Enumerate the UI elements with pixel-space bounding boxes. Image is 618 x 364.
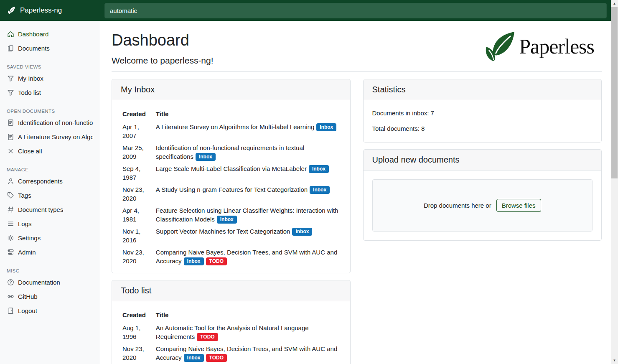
- hash-icon: [7, 206, 14, 213]
- sidebar-item-settings[interactable]: Settings: [0, 231, 100, 245]
- inbox-tag-badge[interactable]: Inbox: [196, 153, 216, 161]
- document-link[interactable]: Support Vector Machines for Text Categor…: [156, 228, 290, 235]
- sidebar-item-label: Tags: [18, 192, 31, 199]
- welcome-subtitle: Welcome to paperless-ng!: [112, 56, 214, 66]
- funnel-icon: [7, 74, 14, 82]
- column-header-created: Created: [117, 109, 151, 121]
- table-row: Nov 23, 2020A Study Using n-gram Feature…: [117, 183, 345, 204]
- sidebar-item-document-types[interactable]: Document types: [0, 202, 100, 216]
- sidebar-item-my-inbox[interactable]: My Inbox: [0, 71, 100, 85]
- sidebar-section-misc: MISC: [7, 268, 93, 273]
- statistics-title: Statistics: [364, 79, 602, 100]
- todo-widget-title[interactable]: Todo list: [112, 280, 350, 301]
- question-circle-icon: [7, 278, 14, 286]
- vertical-scrollbar[interactable]: ▲ ▼: [611, 0, 618, 364]
- statistics-widget: Statistics Documents in inbox: 7 Total d…: [363, 79, 602, 143]
- sidebar-item-identification-of-non-functio[interactable]: Identification of non-functio…: [0, 115, 100, 130]
- created-date: Nov 23, 2020: [117, 183, 151, 204]
- link-icon: [7, 293, 14, 300]
- door-icon: [7, 307, 14, 314]
- created-date: Nov 1, 2016: [117, 225, 151, 246]
- upload-title: Upload new documents: [364, 150, 602, 171]
- sidebar-item-label: Logs: [18, 220, 32, 227]
- brand[interactable]: Paperless-ng: [0, 0, 100, 21]
- created-date: Sep 4, 1987: [117, 163, 151, 183]
- upload-dropzone[interactable]: Drop documents here or Browse files: [372, 179, 593, 232]
- sidebar-item-dashboard[interactable]: Dashboard: [0, 27, 100, 41]
- todo-table: Created Title Aug 1, 1996An Automatic To…: [117, 310, 345, 364]
- sidebar-item-close-all[interactable]: Close all: [0, 144, 100, 158]
- document-link[interactable]: Large Scale Multi-Label Classification v…: [156, 165, 307, 172]
- sidebar-section-saved-views: SAVED VIEWS: [7, 64, 93, 69]
- created-date: Aug 1, 1996: [117, 322, 151, 343]
- inbox-tag-badge[interactable]: Inbox: [316, 123, 336, 131]
- sidebar-item-logs[interactable]: Logs: [0, 216, 100, 231]
- scroll-down-icon[interactable]: ▼: [611, 357, 618, 364]
- inbox-tag-badge[interactable]: Inbox: [184, 354, 204, 362]
- scrollbar-thumb[interactable]: [611, 7, 618, 178]
- document-link[interactable]: Identification of non-functional require…: [156, 144, 304, 160]
- document-link[interactable]: Comparing Naive Bayes, Decision Trees, a…: [156, 249, 337, 265]
- copy-icon: [7, 44, 14, 52]
- todo-tag-badge[interactable]: TODO: [206, 354, 227, 362]
- browse-files-button[interactable]: Browse files: [496, 199, 541, 212]
- document-link[interactable]: A Literature Survey on Algorithms for Mu…: [156, 123, 314, 130]
- todo-tag-badge[interactable]: TODO: [206, 257, 227, 265]
- brand-title: Paperless-ng: [20, 6, 62, 15]
- created-date: Mar 25, 2009: [117, 142, 151, 163]
- paperless-logo: Paperless: [483, 31, 594, 61]
- sidebar-item-correspondents[interactable]: Correspondents: [0, 174, 100, 188]
- inbox-tag-badge[interactable]: Inbox: [184, 257, 204, 265]
- table-row: Nov 23, 2020Comparing Naive Bayes, Decis…: [117, 246, 345, 267]
- document-link[interactable]: A Study Using n-gram Features for Text C…: [156, 186, 308, 193]
- stat-documents-in-inbox: Documents in inbox: 7: [372, 109, 593, 117]
- sidebar-item-admin[interactable]: Admin: [0, 245, 100, 259]
- inbox-widget-title[interactable]: My Inbox: [112, 79, 350, 100]
- sidebar-item-documentation[interactable]: Documentation: [0, 275, 100, 289]
- gear-icon: [7, 234, 14, 242]
- sidebar-item-a-literature-survey-on-algori[interactable]: A Literature Survey on Algori…: [0, 130, 100, 144]
- main-content: Dashboard Welcome to paperless-ng! Paper…: [100, 21, 611, 364]
- document-link[interactable]: Feature Selection using Linear Classifie…: [156, 207, 338, 223]
- sidebar-item-tags[interactable]: Tags: [0, 188, 100, 202]
- list-icon: [7, 220, 14, 227]
- table-row: Aug 1, 1996An Automatic Tool for the Ana…: [117, 322, 345, 343]
- dropzone-text: Drop documents here or: [424, 202, 491, 209]
- inbox-tag-badge[interactable]: Inbox: [310, 186, 330, 194]
- file-text-icon: [7, 119, 14, 126]
- todo-tag-badge[interactable]: TODO: [197, 333, 218, 341]
- column-header-title: Title: [151, 310, 345, 322]
- table-row: Nov 1, 2016Support Vector Machines for T…: [117, 225, 345, 246]
- sidebar-item-label: Todo list: [18, 89, 41, 96]
- tag-icon: [7, 191, 14, 199]
- page-title: Dashboard: [112, 31, 214, 50]
- sidebar-item-label: Identification of non-functio…: [18, 119, 93, 126]
- document-link[interactable]: An Automatic Tool for the Analysis of Na…: [156, 324, 309, 340]
- table-row: Nov 23, 2020Comparing Naive Bayes, Decis…: [117, 343, 345, 364]
- search-input[interactable]: [104, 3, 607, 18]
- inbox-widget: My Inbox Created Title Apr 1, 2007A Lite…: [112, 79, 351, 273]
- sidebar-item-label: My Inbox: [18, 75, 43, 82]
- table-row: Apr 4, 1981Feature Selection using Linea…: [117, 204, 345, 225]
- column-header-title: Title: [151, 109, 345, 121]
- sidebar-item-label: Admin: [18, 249, 36, 256]
- funnel-icon: [7, 89, 14, 96]
- upload-widget: Upload new documents Drop documents here…: [363, 149, 602, 241]
- scroll-up-icon[interactable]: ▲: [611, 0, 618, 7]
- sidebar-item-documents[interactable]: Documents: [0, 41, 100, 55]
- created-date: Nov 23, 2020: [117, 343, 151, 364]
- inbox-tag-badge[interactable]: Inbox: [292, 228, 312, 236]
- sidebar-item-todo-list[interactable]: Todo list: [0, 85, 100, 99]
- sidebar-item-logout[interactable]: Logout: [0, 303, 100, 318]
- created-date: Apr 4, 1981: [117, 204, 151, 225]
- sidebar-item-label: Settings: [18, 234, 41, 242]
- sidebar-item-github[interactable]: GitHub: [0, 289, 100, 303]
- inbox-tag-badge[interactable]: Inbox: [309, 165, 329, 173]
- stat-total-documents: Total documents: 8: [372, 124, 593, 133]
- column-header-created: Created: [117, 310, 151, 322]
- table-row: Sep 4, 1987Large Scale Multi-Label Class…: [117, 163, 345, 183]
- file-text-icon: [7, 133, 14, 140]
- inbox-tag-badge[interactable]: Inbox: [217, 216, 237, 224]
- sidebar-item-label: Document types: [18, 206, 63, 213]
- document-link[interactable]: Comparing Naive Bayes, Decision Trees, a…: [156, 345, 337, 361]
